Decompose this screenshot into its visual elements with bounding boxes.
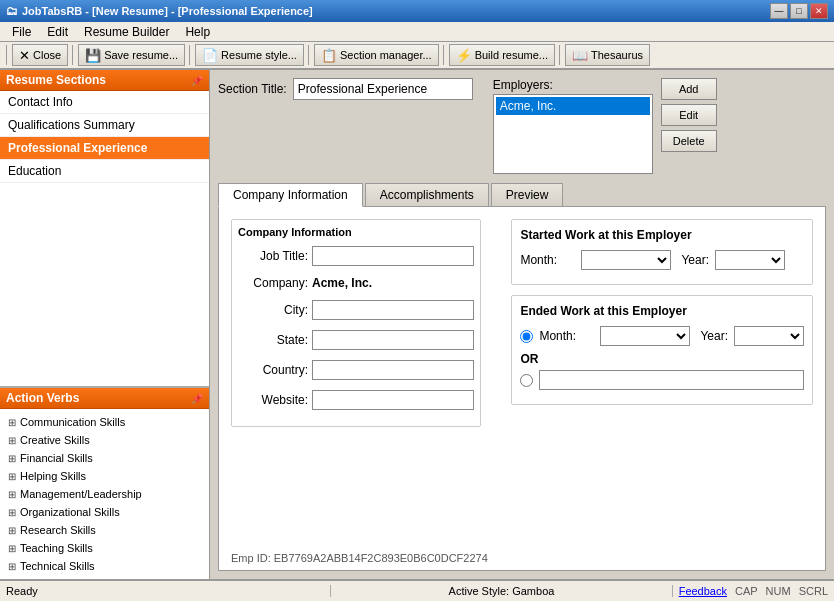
build-resume-button[interactable]: ⚡ Build resume... bbox=[449, 44, 555, 66]
verb-technical[interactable]: ⊞ Technical Skills bbox=[0, 557, 209, 575]
tab-accomplishments[interactable]: Accomplishments bbox=[365, 183, 489, 207]
verb-communication[interactable]: ⊞ Communication Skills bbox=[0, 413, 209, 431]
verb-financial[interactable]: ⊞ Financial Skills bbox=[0, 449, 209, 467]
company-info-group-label: Company Information bbox=[238, 226, 474, 238]
resume-style-button[interactable]: 📄 Resume style... bbox=[195, 44, 304, 66]
thesaurus-button[interactable]: 📖 Thesaurus bbox=[565, 44, 650, 66]
tab-content: Company Information Job Title: Company: … bbox=[218, 206, 826, 571]
ended-month-label: Month: bbox=[539, 329, 594, 343]
tabs-row: Company Information Accomplishments Prev… bbox=[218, 182, 826, 206]
action-verbs-pin-icon[interactable]: 📌 bbox=[191, 393, 203, 404]
job-title-group: Job Title: bbox=[238, 246, 474, 266]
expand-helping-icon: ⊞ bbox=[8, 471, 16, 482]
maximize-button[interactable]: □ bbox=[790, 3, 808, 19]
nav-professional-experience[interactable]: Professional Experience bbox=[0, 137, 209, 160]
right-panel: Section Title: Employers: Acme, Inc. Add… bbox=[210, 70, 834, 579]
title-bar: 🗂 JobTabsRB - [New Resume] - [Profession… bbox=[0, 0, 834, 22]
country-label: Country: bbox=[238, 363, 308, 377]
city-input[interactable] bbox=[312, 300, 474, 320]
verb-organizational[interactable]: ⊞ Organizational Skills bbox=[0, 503, 209, 521]
delete-employer-button[interactable]: Delete bbox=[661, 130, 717, 152]
section-title-row: Section Title: Employers: Acme, Inc. Add… bbox=[218, 78, 826, 174]
verb-research[interactable]: ⊞ Research Skills bbox=[0, 521, 209, 539]
started-month-select[interactable] bbox=[581, 250, 671, 270]
tab-preview[interactable]: Preview bbox=[491, 183, 564, 207]
nav-contact-info[interactable]: Contact Info bbox=[0, 91, 209, 114]
verb-teaching[interactable]: ⊞ Teaching Skills bbox=[0, 539, 209, 557]
ended-month-radio[interactable] bbox=[520, 330, 533, 343]
started-month-label: Month: bbox=[520, 253, 575, 267]
status-bar: Ready Active Style: Gamboa Feedback CAP … bbox=[0, 579, 834, 601]
website-group: Website: bbox=[238, 390, 474, 410]
employers-list[interactable]: Acme, Inc. bbox=[493, 94, 653, 174]
verb-helping[interactable]: ⊞ Helping Skills bbox=[0, 467, 209, 485]
company-name: Acme, Inc. bbox=[312, 276, 372, 290]
action-verbs-title: Action Verbs bbox=[6, 391, 79, 405]
tab-company-information[interactable]: Company Information bbox=[218, 183, 363, 207]
app-icon: 🗂 bbox=[6, 4, 18, 18]
action-verbs-header: Action Verbs 📌 bbox=[0, 388, 209, 409]
ended-current-radio[interactable] bbox=[520, 374, 533, 387]
resume-sections-title: Resume Sections bbox=[6, 73, 106, 87]
section-title-label: Section Title: bbox=[218, 82, 287, 96]
menu-bar: File Edit Resume Builder Help bbox=[0, 22, 834, 42]
city-label: City: bbox=[238, 303, 308, 317]
menu-edit[interactable]: Edit bbox=[39, 23, 76, 41]
num-indicator: NUM bbox=[766, 585, 791, 597]
nav-qualifications[interactable]: Qualifications Summary bbox=[0, 114, 209, 137]
state-label: State: bbox=[238, 333, 308, 347]
menu-resume-builder[interactable]: Resume Builder bbox=[76, 23, 177, 41]
save-resume-button[interactable]: 💾 Save resume... bbox=[78, 44, 185, 66]
close-button[interactable]: ✕ Close bbox=[12, 44, 68, 66]
verb-creative[interactable]: ⊞ Creative Skills bbox=[0, 431, 209, 449]
ended-month-select[interactable] bbox=[600, 326, 690, 346]
menu-file[interactable]: File bbox=[4, 23, 39, 41]
company-info-col: Company Information Job Title: Company: … bbox=[231, 219, 481, 437]
or-label: OR bbox=[520, 352, 804, 366]
save-icon: 💾 bbox=[85, 48, 101, 63]
started-year-label: Year: bbox=[681, 253, 709, 267]
close-icon: ✕ bbox=[19, 48, 30, 63]
pin-icon[interactable]: 📌 bbox=[191, 75, 203, 86]
menu-help[interactable]: Help bbox=[177, 23, 218, 41]
feedback-link[interactable]: Feedback bbox=[679, 585, 727, 597]
country-input[interactable] bbox=[312, 360, 474, 380]
ended-year-label: Year: bbox=[700, 329, 728, 343]
started-year-select[interactable] bbox=[715, 250, 785, 270]
nav-list: Contact Info Qualifications Summary Prof… bbox=[0, 91, 209, 386]
city-group: City: bbox=[238, 300, 474, 320]
thesaurus-icon: 📖 bbox=[572, 48, 588, 63]
started-work-title: Started Work at this Employer bbox=[520, 228, 804, 242]
resume-sections-header: Resume Sections 📌 bbox=[0, 70, 209, 91]
expand-financial-icon: ⊞ bbox=[8, 453, 16, 464]
minimize-button[interactable]: — bbox=[770, 3, 788, 19]
section-title-input[interactable] bbox=[293, 78, 473, 100]
job-title-input[interactable] bbox=[312, 246, 474, 266]
ended-current-input[interactable] bbox=[539, 370, 804, 390]
expand-technical-icon: ⊞ bbox=[8, 561, 16, 572]
website-input[interactable] bbox=[312, 390, 474, 410]
edit-employer-button[interactable]: Edit bbox=[661, 104, 717, 126]
country-group: Country: bbox=[238, 360, 474, 380]
section-manager-button[interactable]: 📋 Section manager... bbox=[314, 44, 439, 66]
employers-group: Employers: Acme, Inc. Add Edit Delete bbox=[493, 78, 717, 174]
cap-indicator: CAP bbox=[735, 585, 758, 597]
expand-research-icon: ⊞ bbox=[8, 525, 16, 536]
main-container: Resume Sections 📌 Contact Info Qualifica… bbox=[0, 70, 834, 579]
verb-management[interactable]: ⊞ Management/Leadership bbox=[0, 485, 209, 503]
close-window-button[interactable]: ✕ bbox=[810, 3, 828, 19]
add-employer-button[interactable]: Add bbox=[661, 78, 717, 100]
window-title: JobTabsRB - [New Resume] - [Professional… bbox=[22, 5, 313, 17]
nav-education[interactable]: Education bbox=[0, 160, 209, 183]
employers-label: Employers: bbox=[493, 78, 653, 92]
ended-work-title: Ended Work at this Employer bbox=[520, 304, 804, 318]
status-active-style: Active Style: Gamboa bbox=[330, 585, 672, 597]
expand-communication-icon: ⊞ bbox=[8, 417, 16, 428]
employers-container: Employers: Acme, Inc. bbox=[493, 78, 653, 174]
expand-teaching-icon: ⊞ bbox=[8, 543, 16, 554]
employer-item[interactable]: Acme, Inc. bbox=[496, 97, 650, 115]
ended-year-select[interactable] bbox=[734, 326, 804, 346]
started-month-row: Month: Year: bbox=[520, 250, 804, 270]
state-input[interactable] bbox=[312, 330, 474, 350]
action-verbs-panel: Action Verbs 📌 ⊞ Communication Skills ⊞ … bbox=[0, 386, 209, 579]
